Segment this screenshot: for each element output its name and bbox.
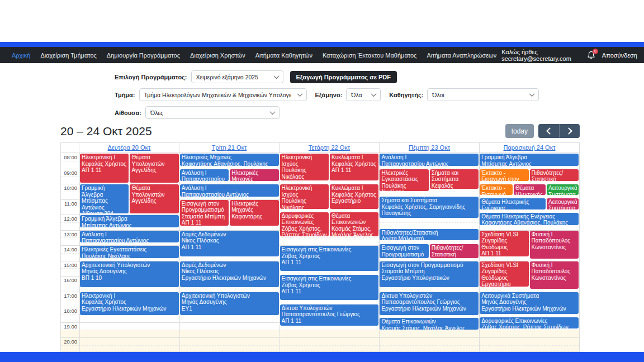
calendar-event[interactable]: Θέματα ΥπολογιστώνΑγγελίδης (130, 154, 178, 183)
event-title: Έκτακτο - Εισαγωγή στον Προγραμματισμό (481, 185, 511, 195)
nav-item[interactable]: Διαχείριση Χρηστών (185, 52, 250, 59)
calendar-event[interactable]: Εισαγωγή στον ΠρογραμματισμόΣταματία Μπί… (380, 244, 428, 258)
calendar-event[interactable]: Ηλεκτρικές ΕγκαταστάσειςΠουλάκης Νικόλαο… (380, 169, 428, 192)
day-header-link[interactable]: Τετάρτη 22 Οκτ (309, 144, 350, 151)
event-who: Παπααναστασίου Αντώνιος (182, 192, 277, 197)
calendar-event[interactable]: Αρχιτεκτονική ΥπολογιστώνΜηνάς Δασυγένης… (80, 261, 179, 288)
calendar-event[interactable]: Σχεδίαση VLSIΖυγαρίδης ΘεόδωροςΕργαστήρι… (480, 261, 528, 287)
calendar-event[interactable]: Σήματα και ΣυστήματαΚεφαλάς Χρήστος, Σαρ… (430, 169, 479, 189)
calendar-event[interactable]: Εισαγωγή στις ΕπικοινωνίεςΖόβας ΧρήστοςΑ… (280, 275, 379, 300)
calendar-event[interactable]: Γραμμική ΆλγεβραΜπίσμπας Αντώνιος (80, 215, 179, 227)
day-header-link[interactable]: Δευτέρα 20 Οκτ (108, 144, 151, 151)
prev-week-button[interactable] (538, 124, 559, 138)
calendar-event[interactable]: Ηλεκτρικές ΕγκαταστάσειςΠουλάκης Νικόλαο… (80, 246, 179, 258)
nav-item[interactable]: Καταχώριση Έκτακτου Μαθήματος (318, 52, 422, 59)
nav-item[interactable]: Αρχική (7, 52, 35, 59)
calendar-event[interactable]: Λειτουργικά ΣυστήματαΜηνάς ΔασυγένηςΕργα… (480, 292, 579, 315)
calendar-event[interactable]: Εισαγωγή στον ΠρογραμματισμόΣταματία Μπί… (180, 200, 229, 226)
calendar-event[interactable]: Κυκλώματα ΙΚεφαλάς ΧρήστοςΑΠ 1 11 (330, 154, 378, 180)
calendar-event[interactable]: Ανάλυση ΙΠαπααναστασίου Αντώνιος (180, 184, 279, 197)
calendar-event[interactable]: Ηλεκτρικές Μηχανές (230, 169, 278, 182)
calendar-event[interactable]: Πιθανότητες/ΣτατιστικήΛούτα Μαλαματή (380, 229, 479, 240)
calendar-event[interactable]: Γραμμική ΆλγεβραΜπίσμπας Αντώνιος (480, 154, 579, 166)
calendar-event[interactable]: Σήματα και ΣυστήματαΚεφαλάς Χρήστος, Σαρ… (380, 197, 479, 218)
calendar-event[interactable]: Θέματα Ηλεκτρικής ΕνέργειαςΚαφαντάρης Αθ… (480, 213, 579, 225)
calendar-event[interactable]: Ηλεκτρονική ΙΚεφαλάς ΧρήστοςΕργαστήριο Η… (80, 292, 179, 315)
event-title: Σχεδίαση VLSI (481, 231, 527, 238)
event-who: Ζυγαρίδης Θεόδωρος (481, 268, 527, 281)
nav-item[interactable]: Αιτήματα Αναπληρώσεων (422, 52, 501, 59)
calendar-event[interactable]: Πιθανότητες/Στατιστική (430, 244, 479, 258)
calendar-event[interactable]: Δομές ΔεδομένωνΝίκος ΠλόσκαςΑΠ 1 11 (180, 231, 279, 257)
calendar-event[interactable]: Ανάλυση ΙΠαπααναστασίου Αντώνιος (80, 231, 179, 243)
calendar-event[interactable]: Κυκλώματα ΙΚεφαλάς ΧρήστοςΕργαστήριο (330, 184, 378, 209)
event-title: Θέματα Υπολογιστών (131, 185, 177, 198)
bottom-blue-bar (0, 352, 644, 362)
chevron-left-icon (546, 127, 553, 135)
event-title: Πιθανότητες/Στατιστική (532, 170, 577, 182)
calendar-event[interactable]: Ανάλυση ΙΠαπααναστασίου Αντώνιος (180, 169, 229, 182)
calendar-event[interactable]: Ηλεκτρονική ΙσχύοςΠουλάκης ΝικόλαοςΑίθου… (280, 154, 329, 180)
event-room: ΑΠ 1 11 (182, 244, 277, 251)
calendar-event[interactable]: Λειτουργικά Συστήματα (547, 198, 579, 209)
nav-item[interactable]: Διαχείριση Τμήματος (35, 52, 101, 59)
department-select[interactable]: Τμήμα Ηλεκτρολόγων Μηχανικών & Μηχανικών… (139, 88, 307, 101)
calendar-event[interactable]: Ανάλυση ΙΠαπααναστασίου Αντώνιος (380, 154, 479, 166)
calendar-event[interactable]: Σχεδίαση VLSIΖυγαρίδης ΘεόδωροςΑΠ 1 11 (480, 231, 528, 257)
day-header-link[interactable]: Πέμπτη 23 Οκτ (409, 144, 450, 151)
notifications-bell[interactable]: 0 (587, 51, 595, 59)
calendar-event[interactable]: Λειτουργικά Συστήματα (547, 184, 579, 195)
calendar-event[interactable]: Ηλεκτρικές ΜηχανέςΚαφαντάρης Αθανάσιος, … (180, 154, 279, 166)
export-pdf-button[interactable]: Εξαγωγή Προγράμματος σε PDF (290, 71, 397, 83)
calendar-event[interactable]: Έκτακτο - Εισαγωγή στον Προγραμματισμό (480, 184, 513, 195)
nav-item[interactable]: Δημιουργία Προγράμματος (102, 52, 185, 59)
day-header-link[interactable]: Παρασκευή 24 Οκτ (504, 144, 556, 151)
calendar-event[interactable]: Δορυφορικές ΕπικοινωνίεςΖόβας Χρήστος, Ρ… (480, 317, 579, 328)
calendar-event[interactable]: Δομές ΔεδομένωνΝίκος ΠλόσκαςΕργαστήριο Η… (180, 261, 279, 288)
event-room: Εργαστήριο Ηλεκτρικών Μηχανών (481, 306, 577, 312)
calendar-event[interactable]: Θέματα ΕπικοινωνιώνΚοσμάς Στάμος, Μιχάλα… (380, 318, 479, 329)
room-select[interactable]: Όλες (145, 106, 280, 119)
calendar-event[interactable]: Έκτακτο - Εισαγωγή στον Προγραμματισμό (480, 169, 528, 182)
calendar-event[interactable]: Εισαγωγή στον ΠρογραμματισμόΣταματία Μπί… (380, 261, 479, 288)
event-who: Πουλάκης Νικόλαος (381, 183, 427, 192)
navbar-right: Καλώς ήρθες secretary@secretary.com 0 Απ… (501, 49, 637, 62)
calendar-event[interactable]: Δορυφορικές ΕπικοινωνίεςΖόβας Χρήστος, Ρ… (280, 212, 329, 237)
calendar-event[interactable]: Αρχιτεκτονική ΥπολογιστώνΜηνάς Δασυγένης… (180, 292, 279, 315)
calendar-event[interactable]: Θέματα Ηλεκτρικής Ενέργειας (514, 184, 546, 195)
next-week-button[interactable] (559, 124, 580, 138)
program-select[interactable]: Χειμερινό εξάμηνο 2025 (191, 70, 283, 83)
calendar-event[interactable]: Ηλεκτρονική ΙσχύοςΠουλάκης ΝικόλαοςΕργασ… (280, 184, 329, 209)
calendar-event[interactable]: Δίκτυα ΥπολογιστώνΠαπασαραντόπουλος Γεώρ… (380, 292, 479, 315)
event-who: Παπασαραντόπουλος Γεώργιος (282, 311, 377, 318)
event-title: Ηλεκτρικές Μηχανές (182, 154, 277, 161)
calendar-event[interactable]: Ηλεκτρονική ΙΚεφαλάς ΧρήστοςΑΠ 1 11 (80, 154, 129, 183)
calendar-event[interactable]: Δίκτυα ΥπολογιστώνΠαπασαραντόπουλος Γεώρ… (280, 304, 379, 326)
calendar-event[interactable]: Εισαγωγή στις ΕπικοινωνίεςΖόβας ΧρήστοςΑ… (280, 246, 379, 271)
calendar-event[interactable]: Θέματα ΥπολογιστώνΑγγελίδης (130, 184, 178, 213)
event-who: Κεφαλάς Χρήστος (82, 299, 177, 306)
today-button[interactable]: today (505, 124, 534, 138)
nav-item[interactable]: Αιτήματα Καθηγητών (250, 52, 318, 59)
time-label: 10:00 (61, 185, 77, 191)
time-label: 12:00 (61, 216, 77, 222)
calendar-event[interactable]: Φυσική ΙΠαπαδόπουλος Κωνσταντίνος (530, 261, 579, 289)
event-title: Σήματα και Συστήματα (381, 197, 477, 204)
calendar-event[interactable]: Ηλεκτρικές ΜηχανέςΚαφαντάρης (230, 200, 278, 226)
logout-link[interactable]: Αποσύνδεση (602, 52, 637, 59)
department-label: Τμήμα: (115, 92, 135, 98)
professor-select[interactable]: Όλοι (427, 88, 539, 101)
calendar-event[interactable]: Θέματα ΕπικοινωνιώνΚοσμάς Στάμος, Μιχάλα… (330, 212, 378, 237)
calendar-event[interactable]: Πιθανότητες/Στατιστική (530, 169, 579, 182)
event-title: Πιθανότητες/Στατιστική (432, 245, 477, 258)
event-who: Πουλάκης Νικόλαος (82, 253, 177, 258)
semester-select[interactable]: Όλα (346, 88, 381, 101)
calendar-event[interactable]: Γραμμική ΆλγεβραΜπίσμπας ΑντώνιοςΑίθουσα… (80, 184, 129, 213)
event-who: Πουλάκης Νικόλαος (282, 167, 327, 180)
event-who: Παπαδόπουλος Κωνσταντίνος (532, 237, 577, 250)
event-who: Ζόβας Χρήστος (282, 253, 377, 260)
calendar-event[interactable]: Θέματα Ηλεκτρικής ΕνέργειαςΚαφαντάρης Αθ… (480, 198, 546, 209)
calendar-event[interactable]: Φυσική ΙΠαπαδόπουλος Κωνσταντίνος (530, 231, 579, 259)
event-who: Μπίσμπας Αντώνιος (481, 161, 577, 166)
day-header-link[interactable]: Τρίτη 21 Οκτ (212, 144, 247, 151)
